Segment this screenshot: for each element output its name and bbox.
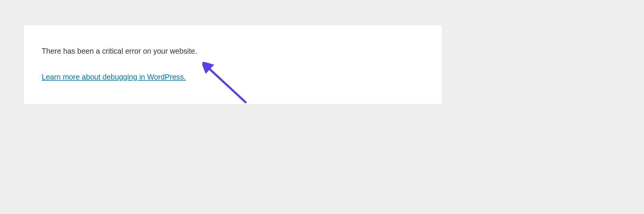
error-message: There has been a critical error on your … xyxy=(42,46,424,56)
error-card: There has been a critical error on your … xyxy=(24,25,442,104)
debug-link[interactable]: Learn more about debugging in WordPress. xyxy=(42,73,186,81)
